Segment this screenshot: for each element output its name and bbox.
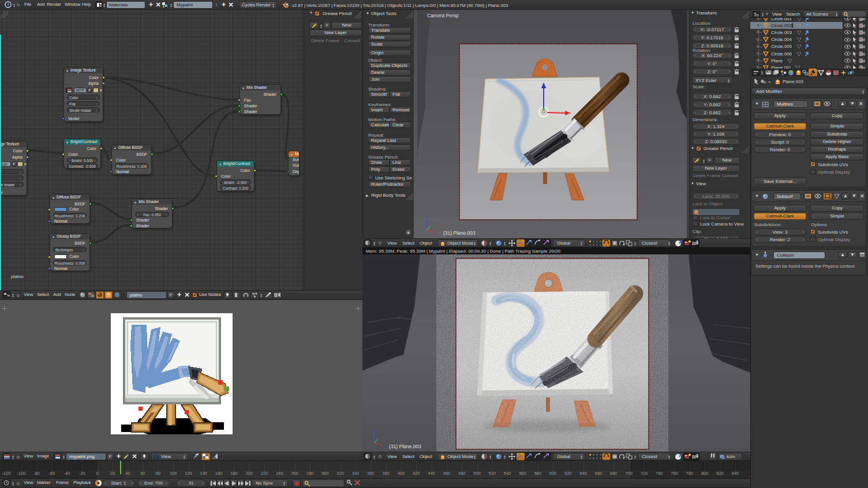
svg-text:y: y <box>429 224 431 228</box>
svg-text:z: z <box>372 429 375 433</box>
svg-text:y: y <box>376 437 378 441</box>
svg-text:x: x <box>380 443 382 447</box>
svg-text:(31) Plane.003: (31) Plane.003 <box>443 230 476 236</box>
svg-text:(31) Plane.003: (31) Plane.003 <box>389 444 421 449</box>
svg-text:z: z <box>425 216 427 220</box>
svg-text:x: x <box>432 230 435 234</box>
svg-text:Camera Persp: Camera Persp <box>427 13 459 18</box>
